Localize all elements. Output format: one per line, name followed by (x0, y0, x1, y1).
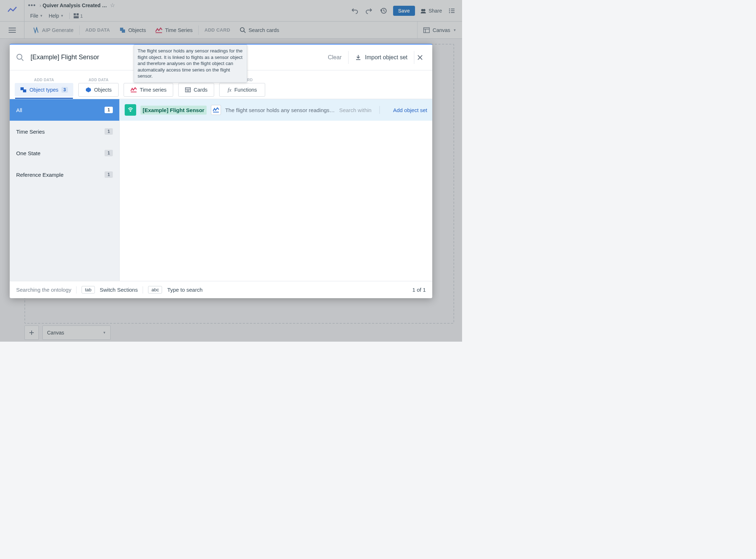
caret-down-icon: ▼ (453, 28, 456, 32)
sidebar-item-label: Reference Example (16, 172, 64, 178)
share-label: Share (429, 8, 442, 14)
clear-button[interactable]: Clear (321, 54, 348, 61)
result-row[interactable]: [Example] Flight Sensor The flight senso… (120, 99, 432, 121)
import-label: Import object set (365, 54, 407, 61)
objects-button[interactable]: Objects (115, 22, 150, 38)
svg-marker-28 (86, 87, 91, 92)
add-canvas-button[interactable] (24, 325, 39, 340)
sidebar-item-count: 1 (105, 128, 113, 135)
star-icon[interactable]: ☆ (110, 2, 115, 9)
sidebar-item-label: All (16, 107, 22, 113)
tab-objects-label: Objects (94, 87, 112, 93)
objects-label: Objects (128, 27, 146, 33)
svg-rect-17 (424, 28, 429, 33)
result-description: The flight sensor holds any sensor readi… (225, 107, 335, 113)
chevron-right-icon: › (40, 3, 41, 8)
svg-rect-30 (185, 88, 190, 92)
share-button[interactable]: Share (420, 8, 442, 14)
search-cards-label: Search cards (249, 27, 279, 33)
redo-icon[interactable] (364, 7, 374, 14)
tab-time-series-label: Time series (140, 87, 166, 93)
sidebar-item-time-series[interactable]: Time Series 1 (10, 121, 119, 142)
tooltip: The flight sensor holds any sensor readi… (134, 45, 247, 83)
help-menu[interactable]: Help ▼ (46, 12, 66, 19)
svg-point-8 (449, 10, 450, 11)
dashboard-count: 1 (80, 13, 83, 19)
tab-time-series[interactable]: Time series (124, 83, 173, 97)
canvas-dropdown[interactable]: Canvas ▼ (417, 22, 462, 38)
result-title: [Example] Flight Sensor (140, 106, 207, 115)
add-data-label: ADD DATA (86, 27, 110, 33)
add-card-button[interactable]: ADD CARD (200, 22, 235, 38)
svg-rect-27 (23, 89, 26, 92)
tab-cards-label: Cards (194, 87, 208, 93)
result-counter: 1 of 1 (412, 287, 426, 293)
svg-line-16 (244, 31, 245, 33)
file-menu[interactable]: File ▼ (28, 12, 45, 19)
more-icon[interactable]: ••• (28, 2, 36, 9)
sidebar-item-count: 1 (105, 107, 113, 113)
svg-rect-13 (122, 29, 125, 33)
search-icon (16, 54, 24, 61)
tab-functions-label: Functions (234, 87, 257, 93)
svg-point-34 (130, 110, 131, 112)
svg-point-15 (240, 27, 244, 31)
sidebar-item-reference-example[interactable]: Reference Example 1 (10, 164, 119, 185)
aip-generate-button[interactable]: AIP Generate (28, 22, 78, 38)
app-logo[interactable] (0, 0, 24, 21)
abc-key-hint: abc (148, 286, 162, 294)
category-sidebar: All 1 Time Series 1 One State 1 Referenc… (10, 99, 120, 281)
svg-point-22 (17, 54, 22, 59)
help-menu-label: Help (49, 13, 59, 19)
sensor-icon (125, 104, 136, 116)
file-menu-label: File (30, 13, 38, 19)
import-object-set-button[interactable]: Import object set (349, 54, 414, 61)
canvas-label: Canvas (433, 27, 450, 33)
save-button[interactable]: Save (393, 6, 415, 16)
tab-key-hint: tab (82, 286, 94, 294)
history-icon[interactable] (379, 7, 388, 14)
tab-object-types-label: Object types (29, 87, 59, 93)
svg-point-10 (449, 12, 450, 13)
sidebar-item-label: One State (16, 150, 41, 156)
svg-rect-1 (77, 13, 79, 15)
sidebar-item-count: 1 (105, 171, 113, 178)
aip-generate-label: AIP Generate (42, 27, 74, 33)
search-cards-button[interactable]: Search cards (235, 22, 284, 38)
chart-icon (211, 105, 221, 115)
tab-functions[interactable]: fx Functions (219, 83, 265, 97)
caret-down-icon: ▼ (103, 331, 106, 334)
add-data-button[interactable]: ADD DATA (81, 22, 114, 38)
sidebar-item-label: Time Series (16, 129, 45, 135)
svg-rect-0 (74, 13, 76, 15)
time-series-button[interactable]: Time Series (151, 22, 197, 38)
canvas-selector[interactable]: Canvas ▼ (42, 325, 111, 340)
footer-searching-label: Searching the ontology (16, 287, 71, 293)
hamburger-menu[interactable] (0, 22, 24, 38)
caret-down-icon: ▼ (60, 14, 64, 18)
type-to-search-label: Type to search (167, 287, 202, 293)
tab-object-types[interactable]: Object types 3 (15, 83, 73, 97)
close-button[interactable] (414, 55, 426, 60)
dashboard-indicator[interactable]: 1 (73, 13, 83, 19)
time-series-label: Time Series (165, 27, 193, 33)
add-card-label: ADD CARD (204, 27, 230, 33)
sidebar-item-count: 1 (105, 150, 113, 156)
tab-cards[interactable]: Cards (178, 83, 214, 97)
add-object-set-link[interactable]: Add object set (393, 107, 427, 113)
breadcrumb-title[interactable]: Quiver Analysis Created … (43, 3, 107, 8)
caret-down-icon: ▼ (40, 14, 43, 18)
add-data-caption-2: ADD DATA (78, 78, 119, 82)
sidebar-item-all[interactable]: All 1 (10, 99, 119, 121)
sidebar-item-one-state[interactable]: One State 1 (10, 142, 119, 164)
tab-object-types-count: 3 (61, 87, 68, 93)
switch-sections-label: Switch Sections (100, 287, 138, 293)
svg-line-23 (22, 59, 23, 61)
tab-objects[interactable]: Objects (78, 83, 119, 97)
undo-icon[interactable] (350, 7, 359, 14)
search-within-link[interactable]: Search within (339, 107, 372, 113)
svg-point-6 (449, 8, 450, 9)
svg-point-5 (423, 9, 425, 11)
list-icon[interactable] (447, 7, 456, 14)
svg-point-4 (421, 9, 423, 11)
